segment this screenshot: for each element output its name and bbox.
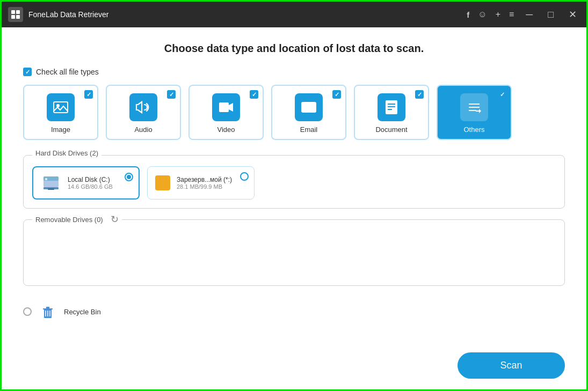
drive-c-info: Local Disk (C:) 14.6 GB/80.6 GB <box>68 176 113 190</box>
drive-c-name: Local Disk (C:) <box>68 176 113 183</box>
svg-point-5 <box>56 104 60 107</box>
file-type-video[interactable]: Video <box>188 85 264 140</box>
file-type-others[interactable]: Others <box>437 85 512 140</box>
drive-reserved-icon <box>155 175 170 190</box>
removable-section: Removable Drives (0) ↻ <box>23 219 565 286</box>
close-button[interactable]: ✕ <box>565 8 580 21</box>
app-icon <box>8 7 23 22</box>
audio-checkbox[interactable] <box>167 90 176 99</box>
svg-rect-0 <box>11 10 15 14</box>
file-type-document[interactable]: Document <box>354 85 429 140</box>
svg-rect-3 <box>16 15 20 19</box>
svg-rect-2 <box>11 15 15 19</box>
plus-icon[interactable]: + <box>496 10 500 19</box>
check-all-checkbox[interactable] <box>23 68 32 76</box>
image-icon <box>47 93 75 121</box>
drive-reserved-radio[interactable] <box>240 172 249 181</box>
others-icon <box>460 93 488 121</box>
email-icon <box>295 93 323 121</box>
file-types-grid: Image Audio Video <box>23 85 565 140</box>
file-type-audio[interactable]: Audio <box>106 85 181 140</box>
drive-c[interactable]: Local Disk (C:) 14.6 GB/80.6 GB <box>32 166 140 200</box>
svg-rect-16 <box>48 188 54 190</box>
audio-label: Audio <box>134 126 152 134</box>
drive-c-size: 14.6 GB/80.6 GB <box>68 183 113 190</box>
title-bar: FoneLab Data Retriever f ☺ + ≡ ─ □ ✕ <box>2 2 586 27</box>
video-checkbox[interactable] <box>250 90 258 99</box>
maximize-button[interactable]: □ <box>545 8 557 21</box>
removable-empty <box>32 228 556 277</box>
hard-disk-label: Hard Disk Drives (2) <box>32 149 101 157</box>
svg-rect-4 <box>54 102 68 113</box>
drive-reserved-size: 28.1 MB/99.9 MB <box>177 183 232 190</box>
scan-button[interactable]: Scan <box>458 352 565 379</box>
video-label: Video <box>217 126 235 134</box>
drives-row: Local Disk (C:) 14.6 GB/80.6 GB Зарезерв… <box>32 164 556 200</box>
drive-c-radio[interactable] <box>125 173 133 181</box>
app-window: FoneLab Data Retriever f ☺ + ≡ ─ □ ✕ Cho… <box>0 0 588 391</box>
main-content: Choose data type and location of lost da… <box>2 27 586 346</box>
recycle-bin-radio[interactable] <box>23 307 32 316</box>
drive-c-icon <box>41 173 61 193</box>
check-all-label: Check all file types <box>36 68 99 76</box>
others-checkbox[interactable] <box>498 90 506 99</box>
drive-reserved[interactable]: Зарезерв...мой (*:) 28.1 MB/99.9 MB <box>147 166 255 200</box>
footer: Scan <box>2 346 586 389</box>
drive-reserved-info: Зарезерв...мой (*:) 28.1 MB/99.9 MB <box>177 176 232 190</box>
document-label: Document <box>375 126 407 134</box>
check-all-row[interactable]: Check all file types <box>23 68 565 76</box>
menu-icon[interactable]: ≡ <box>509 10 514 19</box>
document-icon <box>378 93 405 121</box>
others-label: Others <box>463 126 484 134</box>
video-icon <box>212 93 240 121</box>
title-bar-actions: f ☺ + ≡ ─ □ ✕ <box>467 8 580 21</box>
image-checkbox[interactable] <box>84 90 93 99</box>
recycle-bin-icon <box>38 302 57 321</box>
document-checkbox[interactable] <box>415 90 424 99</box>
recycle-section: Recycle Bin <box>23 297 565 327</box>
removable-section-label: Removable Drives (0) ↻ <box>32 213 122 225</box>
svg-rect-14 <box>45 178 47 180</box>
audio-icon <box>129 93 157 121</box>
file-type-image[interactable]: Image <box>23 85 98 140</box>
hard-disk-section: Hard Disk Drives (2) <box>23 155 565 209</box>
svg-rect-6 <box>219 102 229 112</box>
page-title: Choose data type and location of lost da… <box>23 42 565 55</box>
minimize-button[interactable]: ─ <box>522 8 536 21</box>
email-checkbox[interactable] <box>332 90 341 99</box>
recycle-bin-label: Recycle Bin <box>64 308 101 316</box>
email-label: Email <box>300 126 318 134</box>
message-icon[interactable]: ☺ <box>478 10 487 19</box>
app-title: FoneLab Data Retriever <box>28 10 467 19</box>
file-type-email[interactable]: Email <box>271 85 346 140</box>
svg-rect-1 <box>16 10 20 14</box>
drive-reserved-name: Зарезерв...мой (*:) <box>177 176 232 183</box>
refresh-icon[interactable]: ↻ <box>111 213 119 225</box>
facebook-icon[interactable]: f <box>467 10 469 19</box>
image-label: Image <box>51 126 70 134</box>
